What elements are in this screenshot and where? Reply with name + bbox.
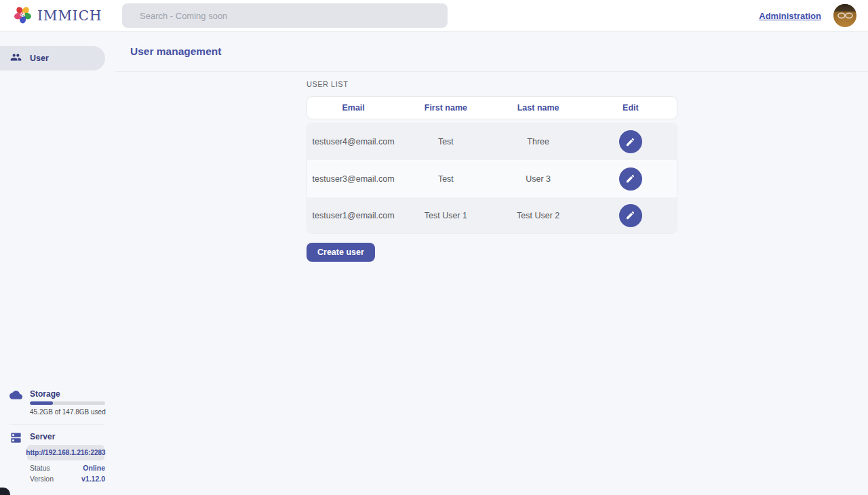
server-url: http://192.168.1.216:2283 bbox=[27, 445, 104, 460]
storage-title: Storage bbox=[30, 389, 60, 399]
storage-progress-bar bbox=[30, 401, 105, 405]
sidebar-item-users[interactable]: User bbox=[0, 46, 105, 71]
user-list-section-title: USER LIST bbox=[307, 80, 677, 88]
user-first-name: Test User 1 bbox=[399, 211, 492, 220]
sidebar-item-label: User bbox=[30, 54, 49, 63]
create-user-button[interactable]: Create user bbox=[307, 243, 375, 262]
page-title: User management bbox=[130, 45, 221, 58]
column-header-first-name: First name bbox=[399, 103, 492, 113]
pencil-icon bbox=[625, 137, 635, 147]
server-version-value: v1.12.0 bbox=[81, 475, 105, 483]
pencil-icon bbox=[625, 174, 635, 184]
table-row: testuser4@email.com Test Three bbox=[307, 123, 677, 160]
app-name: IMMICH bbox=[37, 7, 102, 24]
column-header-edit: Edit bbox=[585, 103, 677, 113]
pencil-icon bbox=[625, 210, 635, 220]
user-last-name: User 3 bbox=[492, 174, 585, 184]
server-icon bbox=[9, 431, 22, 447]
immich-flower-icon bbox=[14, 5, 32, 26]
user-last-name: Three bbox=[492, 137, 585, 146]
avatar[interactable] bbox=[833, 4, 856, 27]
user-email: testuser3@email.com bbox=[307, 174, 399, 184]
edit-user-button[interactable] bbox=[619, 204, 642, 227]
server-status-value: Online bbox=[83, 464, 105, 472]
table-row: testuser1@email.com Test User 1 Test Use… bbox=[307, 197, 677, 233]
user-first-name: Test bbox=[399, 137, 492, 146]
user-table: testuser4@email.com Test Three testuser3… bbox=[307, 123, 677, 234]
table-row: testuser3@email.com Test User 3 bbox=[307, 160, 677, 197]
column-header-last-name: Last name bbox=[492, 103, 585, 113]
user-email: testuser4@email.com bbox=[307, 137, 399, 146]
user-last-name: Test User 2 bbox=[492, 211, 585, 220]
user-first-name: Test bbox=[399, 174, 492, 184]
server-title: Server bbox=[30, 432, 55, 441]
users-icon bbox=[10, 52, 22, 66]
main-content: User management USER LIST Email First na… bbox=[115, 32, 868, 495]
peek-element bbox=[0, 488, 10, 495]
cloud-icon bbox=[9, 389, 22, 404]
app-logo[interactable]: IMMICH bbox=[0, 5, 102, 26]
user-table-header: Email First name Last name Edit bbox=[307, 96, 677, 119]
column-header-email: Email bbox=[307, 103, 399, 113]
edit-user-button[interactable] bbox=[619, 167, 642, 191]
user-email: testuser1@email.com bbox=[307, 211, 399, 220]
top-navbar: IMMICH Administration bbox=[0, 0, 868, 32]
server-status-label: Status bbox=[30, 464, 50, 472]
sidebar-divider bbox=[9, 424, 105, 424]
storage-progress-fill bbox=[30, 401, 53, 405]
administration-link[interactable]: Administration bbox=[759, 11, 821, 21]
search-input[interactable] bbox=[122, 3, 448, 28]
edit-user-button[interactable] bbox=[619, 130, 642, 153]
storage-usage-text: 45.2GB of 147.8GB used bbox=[30, 408, 106, 416]
user-list-section: USER LIST Email First name Last name Edi… bbox=[307, 80, 677, 262]
sidebar: User Storage 45.2GB of 147.8GB used Serv… bbox=[0, 32, 115, 495]
server-version-label: Version bbox=[30, 475, 54, 483]
page-title-bar: User management bbox=[115, 32, 868, 72]
